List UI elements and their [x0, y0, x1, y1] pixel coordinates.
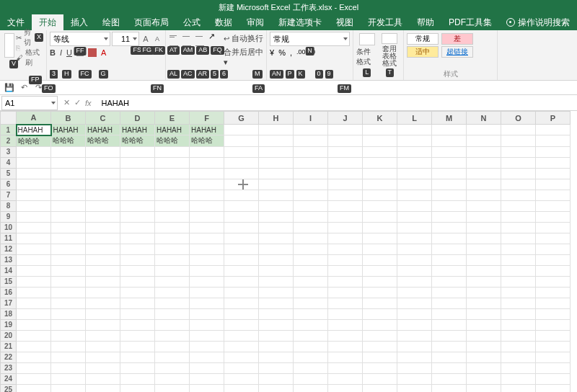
cell[interactable]	[397, 319, 432, 330]
cell[interactable]	[190, 352, 224, 362]
cell[interactable]	[328, 125, 363, 135]
cell[interactable]	[397, 146, 432, 157]
cell[interactable]	[328, 179, 363, 190]
cell[interactable]	[467, 265, 501, 276]
cell[interactable]	[51, 276, 86, 287]
cell[interactable]	[17, 168, 51, 179]
cell[interactable]	[17, 276, 51, 287]
cell[interactable]	[224, 287, 259, 298]
cell[interactable]	[224, 200, 259, 211]
cell[interactable]	[397, 211, 432, 222]
cell[interactable]	[190, 146, 224, 157]
cell[interactable]	[17, 298, 51, 308]
cell[interactable]	[397, 341, 432, 352]
cell[interactable]	[17, 233, 51, 244]
cell[interactable]	[259, 254, 294, 265]
cell[interactable]	[363, 352, 397, 362]
merge-center-button[interactable]: 合并后居中 ▾	[224, 45, 263, 68]
cell[interactable]	[294, 233, 328, 244]
cell[interactable]	[501, 233, 536, 244]
cell[interactable]: HAHAH	[86, 125, 120, 135]
cell[interactable]	[259, 308, 294, 319]
cell[interactable]	[120, 244, 155, 254]
number-format-select[interactable]: 常规 N	[270, 32, 350, 46]
cell[interactable]	[536, 352, 571, 362]
cell[interactable]	[120, 233, 155, 244]
tab-formulas[interactable]: 公式	[176, 14, 208, 31]
cell[interactable]	[17, 222, 51, 233]
cell[interactable]	[17, 190, 51, 200]
cell[interactable]	[467, 384, 501, 392]
cell[interactable]	[86, 168, 120, 179]
cell[interactable]	[294, 222, 328, 233]
cell[interactable]: HAHAH	[120, 125, 155, 135]
col-header[interactable]: N	[467, 112, 501, 125]
cell[interactable]	[190, 341, 224, 352]
cell[interactable]	[467, 308, 501, 319]
cell[interactable]	[259, 244, 294, 254]
cell[interactable]	[397, 233, 432, 244]
cell[interactable]	[86, 373, 120, 384]
cell[interactable]	[294, 319, 328, 330]
cell[interactable]	[363, 287, 397, 298]
cell[interactable]	[259, 190, 294, 200]
cell[interactable]	[51, 190, 86, 200]
row-header[interactable]: 18	[1, 308, 17, 319]
cell[interactable]	[224, 341, 259, 352]
cell[interactable]: 哈哈哈	[86, 135, 120, 147]
cell[interactable]	[432, 287, 467, 298]
cell[interactable]	[190, 276, 224, 287]
cell[interactable]	[432, 276, 467, 287]
cell[interactable]	[155, 384, 190, 392]
cell[interactable]: 哈哈哈	[51, 135, 86, 147]
cell[interactable]	[536, 384, 571, 392]
cell[interactable]	[155, 373, 190, 384]
cell[interactable]	[190, 308, 224, 319]
cell[interactable]	[294, 135, 328, 147]
cell[interactable]	[467, 168, 501, 179]
col-header[interactable]: C	[86, 112, 120, 125]
cell[interactable]	[397, 352, 432, 362]
cell[interactable]	[294, 330, 328, 341]
cell[interactable]	[363, 211, 397, 222]
cell[interactable]	[51, 287, 86, 298]
cell[interactable]	[328, 190, 363, 200]
cell[interactable]	[363, 222, 397, 233]
cell[interactable]	[155, 341, 190, 352]
cell[interactable]	[363, 168, 397, 179]
cell[interactable]	[467, 276, 501, 287]
cell[interactable]	[397, 298, 432, 308]
cell[interactable]	[501, 254, 536, 265]
cell[interactable]	[294, 254, 328, 265]
cell[interactable]	[397, 179, 432, 190]
cell[interactable]	[432, 168, 467, 179]
cell[interactable]	[328, 200, 363, 211]
cell[interactable]	[224, 179, 259, 190]
cell[interactable]	[363, 330, 397, 341]
cell[interactable]	[17, 265, 51, 276]
col-header[interactable]: B	[51, 112, 86, 125]
style-neutral[interactable]: 适中	[407, 46, 439, 58]
cell[interactable]	[467, 146, 501, 157]
cell[interactable]	[224, 190, 259, 200]
cell[interactable]	[120, 254, 155, 265]
tab-review[interactable]: 审阅	[239, 14, 271, 31]
cell[interactable]	[51, 373, 86, 384]
row-header[interactable]: 17	[1, 298, 17, 308]
row-header[interactable]: 23	[1, 362, 17, 373]
cell[interactable]	[294, 168, 328, 179]
cell[interactable]	[501, 244, 536, 254]
cell[interactable]	[86, 200, 120, 211]
row-header[interactable]: 4	[1, 157, 17, 168]
name-box[interactable]: A1	[1, 96, 58, 110]
align-bottom-button[interactable]	[195, 32, 205, 40]
cell[interactable]	[155, 222, 190, 233]
cell[interactable]	[155, 298, 190, 308]
cell[interactable]	[536, 135, 571, 147]
cell[interactable]	[155, 146, 190, 157]
cell[interactable]	[501, 190, 536, 200]
cell[interactable]	[224, 146, 259, 157]
cell[interactable]	[501, 211, 536, 222]
underline-button[interactable]: U	[66, 48, 72, 57]
tab-view[interactable]: 视图	[329, 14, 361, 31]
